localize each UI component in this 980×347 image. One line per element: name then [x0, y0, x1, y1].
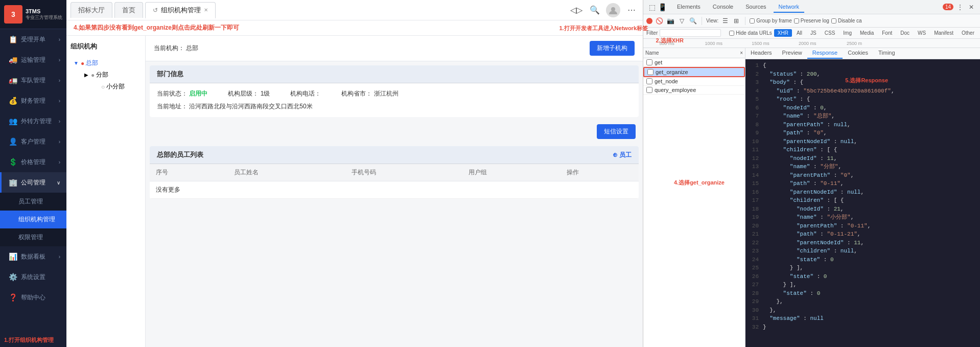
response-tab-headers[interactable]: Headers: [745, 48, 777, 59]
sidebar-item-org-mgmt[interactable]: 组织机构管理: [0, 211, 66, 228]
clear-icon[interactable]: 🚫: [655, 16, 664, 26]
filter-css[interactable]: CSS: [821, 29, 839, 37]
sidebar-item-finance[interactable]: 💰 财务管理 ›: [0, 90, 66, 111]
filter-media[interactable]: Media: [856, 29, 877, 37]
devtools-inspect-icon[interactable]: ⬚: [647, 3, 657, 12]
json-line: 28 "state" : 0: [749, 289, 977, 298]
refresh-icon[interactable]: ↺: [153, 7, 158, 14]
filter-img[interactable]: Img: [839, 29, 855, 37]
record-button[interactable]: [646, 18, 652, 24]
sidebar-item-fleet[interactable]: 🚛 车队管理 ›: [0, 70, 66, 90]
org-tree-title: 组织机构: [71, 42, 141, 51]
filter-ws[interactable]: WS: [914, 29, 929, 37]
sms-settings-button[interactable]: 短信设置: [597, 124, 636, 139]
tree-sub-children: ○ 小分部: [81, 81, 141, 92]
filter-manifest[interactable]: Manifest: [930, 29, 957, 37]
tree-expand-icon[interactable]: ▶: [83, 72, 90, 79]
tick-2500: 2500 m: [831, 41, 878, 46]
fleet-icon: 🚛: [8, 75, 18, 85]
json-line: 22 "parentNodeId" : 11,: [749, 239, 977, 247]
sidebar-item-data[interactable]: 📊 数据看板 ›: [0, 246, 66, 267]
search-icon[interactable]: 🔍: [688, 16, 697, 26]
tree-node-sub[interactable]: ○ 小分部: [91, 81, 141, 92]
filter-input[interactable]: [660, 29, 721, 37]
sidebar-item-outsource[interactable]: 👥 外转方管理 ›: [0, 111, 66, 131]
filter-icon[interactable]: ▽: [677, 16, 686, 26]
network-list-body: get get_organize get_node query_employee: [643, 58, 745, 347]
new-child-org-button[interactable]: 新增子机构: [590, 41, 635, 56]
col-action: 操作: [561, 164, 639, 181]
net-item-get-organize-checkbox[interactable]: [647, 69, 654, 75]
tab-console[interactable]: Console: [708, 2, 738, 13]
filter-all[interactable]: All: [793, 29, 806, 37]
net-item-get-checkbox[interactable]: [646, 59, 652, 65]
view-grid-icon[interactable]: ⊞: [732, 16, 741, 26]
hint-bar: 4.如果第四步没有看到get_organize则点击此处刷新一下即可: [66, 20, 643, 36]
filter-js[interactable]: JS: [807, 29, 820, 37]
json-line: 9 "path" : "0",: [749, 129, 977, 137]
tab-home[interactable]: 首页: [114, 2, 143, 18]
net-item-get-organize[interactable]: get_organize: [643, 67, 745, 77]
more-devtools-icon[interactable]: ⋮: [955, 3, 965, 12]
more-icon[interactable]: ⋯: [624, 3, 639, 17]
tab-network[interactable]: Network: [774, 2, 804, 13]
sidebar-item-customer[interactable]: 👤 客户管理 ›: [0, 131, 66, 152]
response-tab-response[interactable]: Response: [807, 48, 843, 59]
filter-doc[interactable]: Doc: [897, 29, 913, 37]
tab-sources[interactable]: Sources: [740, 2, 771, 13]
sidebar-item-help[interactable]: ❓ 帮助中心: [0, 287, 66, 308]
sidebar-item-transport[interactable]: 🚚 运输管理 ›: [0, 50, 66, 70]
filter-label: Filter: [646, 30, 658, 36]
hide-data-urls-checkbox[interactable]: Hide data URLs: [729, 30, 772, 36]
group-by-frame-checkbox[interactable]: Group by frame: [750, 18, 791, 24]
view-list-icon[interactable]: ☰: [720, 16, 730, 26]
tick-1000: 1000 ms: [690, 41, 737, 46]
search-icon[interactable]: 🔍: [588, 3, 602, 17]
response-tab-timing[interactable]: Timing: [873, 48, 900, 59]
filter-other[interactable]: Other: [958, 29, 978, 37]
net-item-query-employee[interactable]: query_employee: [643, 86, 745, 95]
json-line: 21 "path" : "0-11-21",: [749, 230, 977, 239]
preserve-log-checkbox[interactable]: Preserve log: [794, 18, 829, 24]
sms-btn-row: 短信设置: [146, 121, 643, 142]
tree-node-branch[interactable]: ▶ ● 分部: [81, 69, 141, 81]
tree-node-root[interactable]: ▼ ● 总部: [71, 57, 141, 69]
close-tab-icon[interactable]: ✕: [204, 7, 208, 13]
net-item-query-employee-checkbox[interactable]: [646, 87, 652, 93]
sidebar-item-pricing[interactable]: 💲 价格管理 ›: [0, 152, 66, 172]
add-employee-button[interactable]: ⊕ 员工: [613, 151, 632, 159]
filter-font[interactable]: Font: [878, 29, 896, 37]
close-devtools-icon[interactable]: ✕: [967, 3, 976, 12]
tree-root-node: ▼ ● 总部 ▶ ● 分部 ○ 小分部: [71, 57, 141, 92]
net-item-query-employee-name: query_employee: [655, 87, 742, 93]
sidebar-item-reception[interactable]: 📋 受理开单 ›: [0, 29, 66, 50]
response-tab-preview[interactable]: Preview: [777, 48, 807, 59]
net-item-get[interactable]: get: [643, 58, 745, 67]
net-item-get-node-checkbox[interactable]: [646, 78, 652, 84]
open-org-mgmt-annotation[interactable]: 1.打开组织机构管理: [0, 333, 66, 347]
disable-cache-checkbox[interactable]: Disable ca: [831, 18, 862, 24]
employee-table-header-row: 序号 员工姓名 手机号码 用户组 操作: [150, 164, 639, 181]
sidebar-item-permissions[interactable]: 权限管理: [0, 228, 66, 246]
company-sub-nav: 员工管理 组织机构管理 权限管理: [0, 193, 66, 246]
tree-expand-icon[interactable]: ▼: [73, 60, 80, 67]
sidebar-item-company[interactable]: 🏢 公司管理 ∨: [0, 172, 66, 193]
tab-elements[interactable]: Elements: [672, 2, 706, 13]
filter-xhr[interactable]: XHR: [774, 29, 792, 37]
col-close-header[interactable]: ×: [740, 50, 743, 56]
pricing-icon: 💲: [8, 157, 18, 167]
net-item-get-node[interactable]: get_node: [643, 77, 745, 86]
sidebar-item-settings[interactable]: ⚙️ 系统设置: [0, 267, 66, 287]
tree-node-branch-label: 分部: [96, 71, 108, 79]
sidebar-item-employees[interactable]: 员工管理: [0, 193, 66, 211]
devtools-mobile-icon[interactable]: 📱: [658, 3, 667, 12]
tab-bidding[interactable]: 招标大厅: [71, 2, 112, 18]
camera-icon[interactable]: 📷: [666, 16, 675, 26]
avatar[interactable]: [606, 3, 620, 17]
dept-info-header: 部门信息: [150, 65, 639, 83]
tab-org[interactable]: ↺ 组织机构管理 ✕: [145, 2, 216, 18]
nav-back-icon[interactable]: ◁▷: [569, 3, 584, 17]
col-index: 序号: [150, 164, 228, 181]
response-tab-cookies[interactable]: Cookies: [843, 48, 873, 59]
settings-icon: ⚙️: [8, 272, 18, 282]
